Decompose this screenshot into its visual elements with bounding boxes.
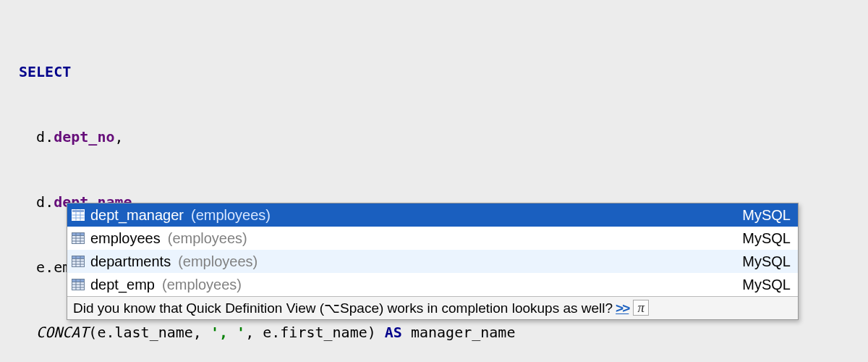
completion-item-context: (employees)	[191, 208, 271, 222]
table-icon	[72, 232, 85, 244]
svg-rect-7	[72, 233, 85, 236]
keyword-as: AS	[385, 324, 402, 341]
table-icon	[72, 256, 85, 267]
completion-hint: Did you know that Quick Definition View …	[67, 296, 798, 319]
completion-item-source: MySQL	[742, 254, 791, 269]
completion-item-name: employees	[90, 231, 161, 245]
completion-item-context: (employees)	[162, 277, 242, 292]
completion-item[interactable]: departments(employees)MySQL	[67, 250, 798, 273]
completion-item-source: MySQL	[742, 277, 791, 292]
completion-item-source: MySQL	[742, 208, 791, 222]
hint-shortcut: ⌥Space	[324, 301, 379, 315]
keyword-select: SELECT	[19, 63, 71, 80]
hint-text: Did you know that Quick Definition View …	[73, 301, 324, 315]
completion-item-name: dept_manager	[90, 208, 184, 222]
svg-rect-19	[72, 279, 85, 282]
completion-popup: dept_manager(employees)MySQL employees(e…	[67, 203, 799, 320]
code-line: CONCAT(e.last_name, ', ', e.first_name) …	[19, 321, 849, 343]
completion-item-source: MySQL	[742, 231, 791, 245]
hint-text: ) works in completion lookups as well?	[379, 301, 613, 315]
completion-item[interactable]: dept_manager(employees)MySQL	[67, 203, 798, 227]
table-icon	[72, 279, 85, 290]
completion-item[interactable]: employees(employees)MySQL	[67, 227, 798, 250]
pi-icon[interactable]: π	[633, 300, 649, 316]
string-literal: ', '	[210, 324, 245, 341]
column-dept-no: dept_no	[54, 128, 114, 146]
svg-rect-13	[72, 256, 85, 259]
completion-item-context: (employees)	[178, 254, 258, 269]
completion-item[interactable]: dept_emp(employees)MySQL	[67, 273, 798, 296]
hint-next-link[interactable]: >>	[616, 301, 629, 315]
code-line: SELECT	[19, 61, 849, 83]
table-icon	[72, 209, 85, 221]
completion-item-name: departments	[90, 254, 171, 269]
svg-rect-1	[72, 210, 85, 213]
completion-item-context: (employees)	[168, 231, 247, 245]
completion-item-name: dept_emp	[90, 277, 155, 292]
function-concat: CONCAT	[36, 324, 88, 341]
code-line: d.dept_no,	[19, 126, 849, 148]
